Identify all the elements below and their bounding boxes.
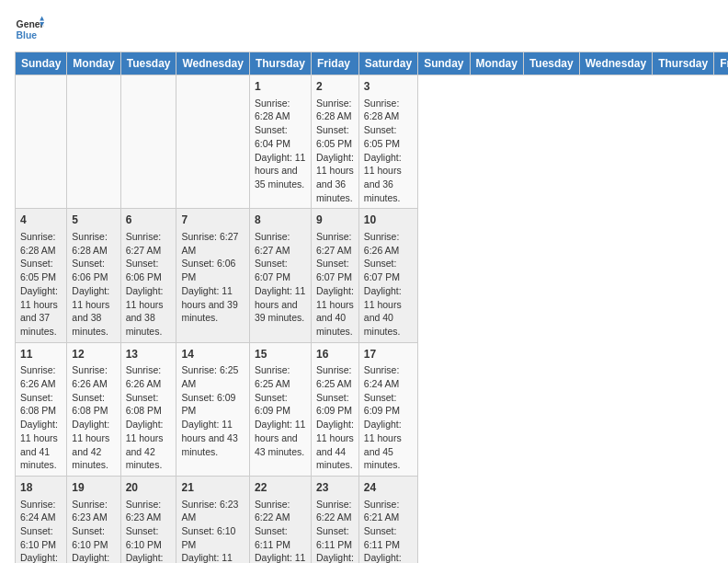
calendar-cell: 2Sunrise: 6:28 AMSunset: 6:05 PMDaylight… [311, 75, 358, 209]
sunrise-text: Sunrise: 6:28 AM [255, 97, 306, 123]
sunrise-text: Sunrise: 6:25 AM [181, 363, 244, 390]
calendar-cell: 12Sunrise: 6:26 AMSunset: 6:08 PMDayligh… [67, 342, 120, 476]
calendar-cell: 7Sunrise: 6:27 AMSunset: 6:06 PMDaylight… [176, 209, 249, 342]
calendar-header-row: SundayMondayTuesdayWednesdayThursdayFrid… [16, 52, 729, 75]
sunrise-text: Sunrise: 6:25 AM [255, 363, 306, 390]
daylight-text: Daylight: 11 hours and 43 minutes. [255, 418, 306, 458]
daylight-text: Daylight: 11 hours and 46 minutes. [72, 551, 115, 563]
daylight-text: Daylight: 11 hours and 41 minutes. [20, 418, 62, 472]
daylight-text: Daylight: 11 hours and 38 minutes. [126, 284, 172, 339]
day-number: 9 [316, 213, 354, 228]
sunrise-text: Sunrise: 6:27 AM [255, 230, 306, 257]
sunrise-text: Sunrise: 6:24 AM [20, 498, 62, 524]
day-header-friday: Friday [714, 52, 728, 75]
calendar-cell: 5Sunrise: 6:28 AMSunset: 6:06 PMDaylight… [67, 209, 120, 342]
calendar-cell: 1Sunrise: 6:28 AMSunset: 6:04 PMDaylight… [249, 75, 311, 209]
day-number: 16 [316, 347, 354, 362]
sunrise-text: Sunrise: 6:22 AM [316, 498, 354, 524]
sunset-text: Sunset: 6:10 PM [72, 524, 115, 551]
daylight-text: Daylight: 11 hours and 36 minutes. [316, 151, 354, 205]
sunset-text: Sunset: 6:10 PM [181, 524, 244, 551]
daylight-text: Daylight: 11 hours and 39 minutes. [255, 284, 306, 325]
sunrise-text: Sunrise: 6:27 AM [316, 230, 354, 257]
svg-text:General: General [17, 19, 44, 29]
daylight-text: Daylight: 11 hours and 49 minutes. [316, 551, 354, 563]
sunset-text: Sunset: 6:10 PM [20, 524, 62, 551]
sunrise-text: Sunrise: 6:23 AM [126, 498, 172, 524]
day-number: 3 [364, 79, 413, 95]
sunrise-text: Sunrise: 6:27 AM [181, 230, 244, 257]
sunset-text: Sunset: 6:04 PM [255, 123, 306, 150]
calendar-cell: 10Sunrise: 6:26 AMSunset: 6:07 PMDayligh… [358, 209, 417, 342]
daylight-text: Daylight: 11 hours and 42 minutes. [126, 418, 172, 472]
calendar-week-row: 4Sunrise: 6:28 AMSunset: 6:05 PMDaylight… [16, 209, 729, 342]
calendar-table: SundayMondayTuesdayWednesdayThursdayFrid… [15, 52, 728, 563]
calendar-cell: 21Sunrise: 6:23 AMSunset: 6:10 PMDayligh… [176, 476, 249, 563]
daylight-text: Daylight: 11 hours and 47 minutes. [126, 551, 172, 563]
sunset-text: Sunset: 6:06 PM [72, 257, 115, 283]
daylight-text: Daylight: 11 hours and 45 minutes. [364, 418, 413, 472]
calendar-cell: 6Sunrise: 6:27 AMSunset: 6:06 PMDaylight… [120, 209, 176, 342]
sunrise-text: Sunrise: 6:22 AM [255, 498, 306, 524]
sunrise-text: Sunrise: 6:28 AM [20, 230, 62, 257]
day-number: 17 [364, 347, 413, 362]
daylight-text: Daylight: 11 hours and 43 minutes. [181, 418, 244, 458]
sunset-text: Sunset: 6:08 PM [20, 391, 62, 418]
calendar-cell: 3Sunrise: 6:28 AMSunset: 6:05 PMDaylight… [358, 75, 417, 209]
day-header-thursday: Thursday [249, 52, 311, 75]
daylight-text: Daylight: 11 hours and 42 minutes. [72, 418, 115, 472]
day-number: 14 [181, 347, 244, 362]
daylight-text: Daylight: 11 hours and 38 minutes. [72, 284, 115, 339]
day-number: 21 [181, 480, 244, 496]
calendar-cell: 18Sunrise: 6:24 AMSunset: 6:10 PMDayligh… [16, 476, 67, 563]
sunrise-text: Sunrise: 6:26 AM [72, 363, 115, 390]
calendar-cell: 15Sunrise: 6:25 AMSunset: 6:09 PMDayligh… [249, 342, 311, 476]
calendar-cell [67, 75, 120, 209]
day-header-monday: Monday [470, 52, 523, 75]
logo-icon: General Blue [15, 15, 44, 44]
sunrise-text: Sunrise: 6:26 AM [20, 363, 62, 390]
day-number: 12 [72, 347, 115, 362]
sunrise-text: Sunrise: 6:26 AM [126, 363, 172, 390]
calendar-cell: 24Sunrise: 6:21 AMSunset: 6:11 PMDayligh… [358, 476, 417, 563]
calendar-cell: 17Sunrise: 6:24 AMSunset: 6:09 PMDayligh… [358, 342, 417, 476]
day-number: 6 [126, 213, 172, 228]
sunrise-text: Sunrise: 6:28 AM [72, 230, 115, 257]
day-header-thursday: Thursday [653, 52, 714, 75]
sunset-text: Sunset: 6:08 PM [72, 391, 115, 418]
sunset-text: Sunset: 6:05 PM [20, 257, 62, 283]
day-header-tuesday: Tuesday [523, 52, 579, 75]
sunset-text: Sunset: 6:05 PM [316, 123, 354, 150]
calendar-cell: 8Sunrise: 6:27 AMSunset: 6:07 PMDaylight… [249, 209, 311, 342]
day-header-friday: Friday [311, 52, 358, 75]
calendar-cell: 20Sunrise: 6:23 AMSunset: 6:10 PMDayligh… [120, 476, 176, 563]
logo: General Blue [15, 15, 44, 44]
daylight-text: Daylight: 11 hours and 36 minutes. [364, 151, 413, 205]
sunset-text: Sunset: 6:08 PM [126, 391, 172, 418]
day-number: 15 [255, 347, 306, 362]
sunrise-text: Sunrise: 6:28 AM [316, 97, 354, 123]
calendar-cell: 14Sunrise: 6:25 AMSunset: 6:09 PMDayligh… [176, 342, 249, 476]
day-number: 18 [20, 480, 62, 496]
sunset-text: Sunset: 6:09 PM [364, 391, 413, 418]
daylight-text: Daylight: 11 hours and 37 minutes. [20, 284, 62, 339]
sunrise-text: Sunrise: 6:24 AM [364, 363, 413, 390]
day-header-tuesday: Tuesday [120, 52, 176, 75]
daylight-text: Daylight: 11 hours and 49 minutes. [364, 551, 413, 563]
sunrise-text: Sunrise: 6:23 AM [181, 498, 244, 524]
day-header-wednesday: Wednesday [176, 52, 249, 75]
day-header-wednesday: Wednesday [579, 52, 652, 75]
day-number: 2 [316, 79, 354, 95]
sunset-text: Sunset: 6:09 PM [255, 391, 306, 418]
sunset-text: Sunset: 6:11 PM [255, 524, 306, 551]
sunset-text: Sunset: 6:10 PM [126, 524, 172, 551]
sunset-text: Sunset: 6:11 PM [364, 524, 413, 551]
calendar-week-row: 11Sunrise: 6:26 AMSunset: 6:08 PMDayligh… [16, 342, 729, 476]
day-number: 5 [72, 213, 115, 228]
daylight-text: Daylight: 11 hours and 35 minutes. [255, 151, 306, 191]
day-number: 20 [126, 480, 172, 496]
day-number: 23 [316, 480, 354, 496]
calendar-cell: 19Sunrise: 6:23 AMSunset: 6:10 PMDayligh… [67, 476, 120, 563]
sunset-text: Sunset: 6:05 PM [364, 123, 413, 150]
day-number: 4 [20, 213, 62, 228]
